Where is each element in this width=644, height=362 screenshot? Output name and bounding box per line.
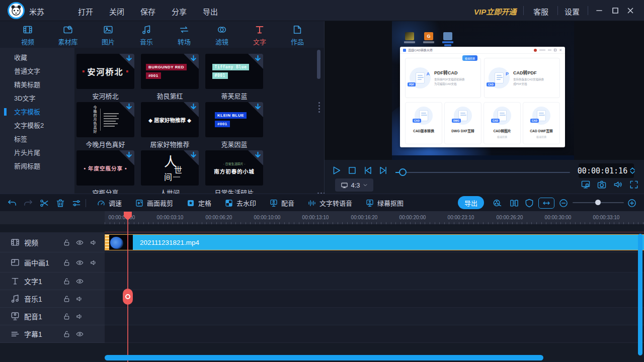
download-icon[interactable] — [254, 103, 262, 111]
template-card[interactable]: - 日常生活碎片 - 南方初春的小城 日常生活碎片 — [205, 150, 263, 197]
timeline-ruler[interactable]: 00:00:00:00 00:00:03:10 00:00:06:20 00:0… — [105, 211, 644, 224]
remove-watermark-button[interactable]: 去水印 — [224, 198, 256, 208]
maximize-button[interactable] — [610, 5, 621, 16]
timecode-spinner[interactable] — [630, 167, 635, 174]
tab-filter[interactable]: 滤镜 — [206, 24, 238, 46]
close-button[interactable] — [625, 5, 636, 16]
seek-slider[interactable] — [395, 172, 570, 173]
tab-works[interactable]: 作品 — [281, 24, 313, 46]
track-header-music[interactable]: 音乐1 — [0, 290, 105, 308]
speaker-icon[interactable] — [75, 312, 84, 321]
cut-scissors-icon[interactable] — [39, 198, 49, 208]
menu-close-project[interactable]: 关闭 — [109, 6, 124, 17]
tab-image[interactable]: 图片 — [92, 24, 124, 46]
speaker-icon[interactable] — [90, 238, 98, 247]
template-card[interactable]: KLEIN BLUE #001 克莱因蓝 — [205, 102, 263, 149]
preview-video-frame[interactable]: G 迅捷CAD转换大师 ✕ 极速转换 PDF A — [392, 21, 574, 160]
minimize-button[interactable] — [594, 5, 605, 16]
template-card[interactable]: 人 世 间 人世间 — [141, 150, 199, 197]
sidebar-item-text-template[interactable]: 文字模板 — [0, 105, 74, 119]
timeline-zoom-handle[interactable] — [595, 200, 601, 205]
download-icon[interactable] — [190, 103, 197, 111]
menu-open[interactable]: 打开 — [78, 6, 93, 17]
sidebar-item-plain-text[interactable]: 普通文字 — [0, 64, 74, 78]
seek-slider-handle[interactable] — [399, 168, 407, 176]
track-header-pip[interactable]: 画中画1 — [0, 252, 105, 273]
eye-icon[interactable] — [75, 258, 84, 267]
eye-icon[interactable] — [75, 277, 84, 286]
tab-video[interactable]: 视频 — [12, 24, 44, 46]
template-card[interactable]: ◆ 居家好物推荐 ◆ 居家好物推荐 — [141, 102, 199, 149]
video-clip[interactable]: 202111231821.mp4 — [105, 234, 644, 250]
download-icon[interactable] — [125, 103, 133, 111]
sidebar-item-tags[interactable]: 标签 — [0, 132, 74, 146]
vip-upgrade-button[interactable]: VIP立即开通 — [474, 6, 516, 17]
menu-share[interactable]: 分享 — [172, 6, 187, 17]
lock-open-icon[interactable] — [62, 238, 71, 247]
sidebar-item-fancy-title[interactable]: 精美标题 — [0, 78, 74, 92]
lock-open-icon[interactable] — [62, 295, 71, 303]
mirror-split-icon[interactable] — [509, 198, 519, 208]
export-button[interactable]: 导出 — [458, 196, 484, 209]
fit-timeline-icon[interactable] — [538, 198, 554, 209]
track-lane-text[interactable] — [105, 273, 644, 290]
sidebar-item-news-title[interactable]: 新闻标题 — [0, 159, 74, 173]
download-icon[interactable] — [190, 151, 197, 159]
settings-button[interactable]: 设置 — [565, 6, 580, 17]
lock-open-icon[interactable] — [62, 258, 71, 267]
snapshot-camera-icon[interactable] — [597, 179, 607, 190]
timecode-display[interactable]: 00:00:01:16 — [579, 163, 634, 178]
prev-frame-button[interactable] — [362, 165, 373, 176]
next-frame-button[interactable] — [378, 165, 389, 176]
speed-button[interactable]: 调速 — [97, 198, 122, 208]
reel-icon[interactable] — [492, 198, 502, 208]
playhead-handle[interactable] — [123, 289, 133, 305]
download-icon[interactable] — [125, 55, 133, 62]
support-button[interactable]: 客服 — [533, 6, 548, 17]
zoom-in-icon[interactable] — [627, 198, 637, 208]
track-header-subtitle[interactable]: 字幕1 — [0, 325, 105, 343]
sidebar-item-favorites[interactable]: 收藏 — [0, 51, 74, 64]
track-lane-music[interactable] — [105, 290, 644, 308]
eye-icon[interactable] — [75, 238, 84, 247]
timeline-vertical-scrollbar[interactable] — [638, 234, 642, 355]
crop-button[interactable]: 画面裁剪 — [135, 198, 173, 208]
eye-icon[interactable] — [75, 330, 84, 338]
stop-button[interactable] — [347, 165, 358, 176]
menu-export[interactable]: 导出 — [203, 6, 218, 17]
download-icon[interactable] — [254, 55, 262, 62]
sidebar-item-intro-outro[interactable]: 片头片尾 — [0, 146, 74, 159]
template-card[interactable]: Tiffany Blue #001 蒂芙尼蓝 — [205, 54, 263, 101]
tab-transition[interactable]: 转场 — [168, 24, 200, 46]
sidebar-item-3d-text[interactable]: 3D文字 — [0, 92, 74, 105]
text-to-speech-button[interactable]: 文字转语音 — [307, 198, 352, 208]
speaker-icon[interactable] — [90, 258, 98, 267]
menu-save[interactable]: 保存 — [140, 6, 155, 17]
lock-open-icon[interactable] — [62, 277, 71, 286]
panel-scrollbar[interactable] — [317, 50, 320, 79]
timeline-horizontal-scrollbar[interactable] — [105, 355, 543, 360]
track-lane-dubbing[interactable] — [105, 308, 644, 325]
delete-trash-icon[interactable] — [55, 198, 65, 208]
download-icon[interactable] — [190, 55, 197, 62]
redo-icon[interactable] — [23, 198, 33, 208]
undo-icon[interactable] — [7, 198, 17, 208]
download-icon[interactable] — [125, 151, 133, 159]
tab-music[interactable]: 音乐 — [130, 24, 163, 46]
panel-resize-handle[interactable] — [318, 102, 320, 113]
tab-text[interactable]: 文字 — [244, 24, 276, 46]
track-lane-pip[interactable] — [105, 252, 644, 273]
speaker-icon[interactable] — [75, 295, 84, 303]
aspect-ratio-dropdown[interactable]: 4:3 — [335, 178, 373, 192]
sidebar-item-text-template2[interactable]: 文字模板2 — [0, 119, 74, 132]
lock-open-icon[interactable] — [62, 312, 71, 321]
track-header-dubbing[interactable]: 配音1 — [0, 308, 105, 325]
properties-tune-icon[interactable] — [71, 198, 82, 208]
track-header-video[interactable]: 视频 — [0, 232, 105, 252]
zoom-out-icon[interactable] — [558, 198, 569, 208]
tab-library[interactable]: 素材库 — [52, 24, 84, 46]
template-card[interactable]: BURGUNDY RED #001 勃艮第红 — [141, 54, 199, 101]
track-header-text[interactable]: 文字1 — [0, 273, 105, 290]
download-icon[interactable] — [254, 151, 262, 159]
clip-trim-handle-left[interactable] — [105, 235, 109, 250]
